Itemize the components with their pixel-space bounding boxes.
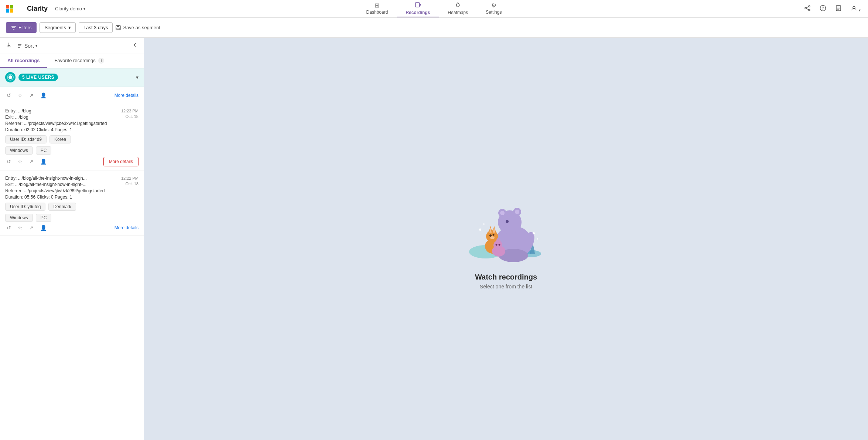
recording-2-info-row: Entry: .../blog/all-the-insight-now-in-s… — [5, 176, 139, 200]
recording-1-favorite-btn[interactable]: ☆ — [16, 158, 24, 165]
recording-2-time: 12:22 PM — [121, 176, 139, 181]
brand-area: Clarity — [6, 4, 48, 13]
document-button[interactable] — [834, 3, 843, 14]
sort-icon — [18, 43, 23, 48]
account-button[interactable]: ▾ — [849, 3, 862, 14]
nav-item-recordings-label: Recordings — [406, 10, 430, 15]
filters-icon — [11, 25, 16, 30]
recording-1-tags: User ID: sds4d9 Korea — [5, 135, 139, 143]
recording-1-action-icons: ↺ ☆ ↗ 👤 — [5, 158, 48, 165]
tab-all-recordings[interactable]: All recordings — [0, 54, 47, 68]
favorite-button[interactable]: ☆ — [16, 92, 24, 99]
nav-item-settings-label: Settings — [486, 10, 502, 15]
share-session-button[interactable]: ↗ — [28, 92, 35, 99]
live-card: ↺ ☆ ↗ 👤 More details — [0, 87, 144, 103]
svg-point-28 — [500, 211, 505, 215]
help-button[interactable]: ? — [818, 3, 828, 14]
recording-2-share-btn[interactable]: ↗ — [28, 224, 35, 231]
live-more-details-link[interactable]: More details — [115, 93, 139, 98]
tab-all-label: All recordings — [7, 58, 40, 63]
watch-title: Watch recordings — [475, 273, 537, 281]
project-chevron: ▾ — [83, 7, 85, 11]
recording-1-actions: ↺ ☆ ↗ 👤 More details — [5, 157, 139, 166]
clarity-logo-text: Clarity — [27, 5, 48, 13]
panel-toolbar: Sort ▾ — [0, 38, 144, 54]
settings-icon: ⚙ — [491, 2, 496, 9]
nav-item-settings[interactable]: ⚙ Settings — [477, 0, 510, 17]
recording-2-clicks: 0 — [51, 194, 54, 200]
svg-point-42 — [490, 236, 495, 239]
recording-2-user-btn[interactable]: 👤 — [39, 224, 48, 231]
recording-1-country: Korea — [49, 135, 71, 143]
recordings-list: 5 LIVE USERS ▾ ↺ ☆ ↗ 👤 More details — [0, 68, 144, 440]
panel-toolbar-left: Sort ▾ — [5, 41, 38, 50]
recording-1-referrer-url: .../projects/view/jcbe3xw4c1/gettingstar… — [24, 121, 107, 126]
recording-2-replay-btn[interactable]: ↺ — [5, 224, 13, 231]
recording-1-more-details-btn[interactable]: More details — [103, 157, 139, 166]
recording-2-stats: Duration: 05:56 Clicks: 0 Pages: 1 — [5, 194, 121, 200]
live-card-icons: ↺ ☆ ↗ 👤 — [5, 92, 48, 99]
live-users-left: 5 LIVE USERS — [5, 72, 58, 82]
recording-1-user-btn[interactable]: 👤 — [39, 158, 48, 165]
download-button[interactable] — [5, 41, 13, 50]
user-button[interactable]: 👤 — [39, 92, 48, 99]
recording-2-exit: Exit: .../blog/all-the-insight-now-in-si… — [5, 182, 121, 187]
svg-point-41 — [493, 234, 495, 236]
nav-item-dashboard[interactable]: ⊞ Dashboard — [358, 0, 397, 17]
tab-favorite-recordings[interactable]: Favorite recordings ℹ — [47, 54, 112, 68]
sort-label: Sort — [24, 43, 34, 49]
nav-item-dashboard-label: Dashboard — [366, 10, 388, 15]
recording-2-action-icons: ↺ ☆ ↗ 👤 — [5, 224, 48, 231]
replay-button[interactable]: ↺ — [5, 92, 13, 99]
save-label: Save as segment — [123, 25, 160, 30]
recording-1-device-tags: Windows PC — [5, 146, 139, 155]
svg-point-13 — [853, 6, 855, 9]
toolbar: Filters Segments ▾ Last 3 days Save as s… — [0, 18, 868, 38]
segments-label: Segments — [44, 25, 66, 30]
svg-point-2 — [809, 6, 810, 7]
recording-2-country: Denmark — [48, 203, 76, 211]
recording-1-entry-url: .../blog — [18, 108, 31, 114]
tab-favorite-label: Favorite recordings — [54, 58, 95, 63]
recording-1-pages: 1 — [70, 127, 72, 132]
svg-point-48 — [499, 244, 500, 246]
recording-1-clicks: 4 — [51, 127, 54, 132]
svg-rect-18 — [117, 26, 119, 27]
segments-button[interactable]: Segments ▾ — [40, 22, 76, 33]
svg-point-1 — [419, 4, 420, 6]
filters-button[interactable]: Filters — [6, 22, 37, 33]
project-selector[interactable]: Clarity demo ▾ — [55, 6, 85, 11]
recording-1-device: PC — [36, 146, 52, 155]
nav-item-recordings[interactable]: Recordings — [397, 0, 439, 17]
segments-chevron-icon: ▾ — [68, 25, 71, 30]
nav-center: ⊞ Dashboard Recordings Heatmaps ⚙ Settin… — [358, 0, 511, 17]
sort-button[interactable]: Sort ▾ — [17, 42, 38, 50]
nav-right: ? ▾ — [803, 3, 862, 14]
dashboard-icon: ⊞ — [375, 2, 379, 9]
recording-1-timestamp: 12:23 PM Oct. 18 — [121, 108, 139, 120]
recording-2-favorite-btn[interactable]: ☆ — [16, 224, 24, 231]
share-button[interactable] — [803, 3, 812, 14]
recording-2-actions: ↺ ☆ ↗ 👤 More details — [5, 224, 139, 231]
recording-1-share-btn[interactable]: ↗ — [28, 158, 35, 165]
days-filter-button[interactable]: Last 3 days — [79, 22, 113, 33]
svg-point-4 — [809, 9, 810, 11]
live-users-bar[interactable]: 5 LIVE USERS ▾ — [0, 68, 144, 87]
svg-rect-19 — [117, 28, 120, 30]
nav-item-heatmaps[interactable]: Heatmaps — [439, 0, 477, 17]
recording-2-pages: 1 — [70, 194, 72, 200]
recording-card-1: Entry: .../blog Exit: .../blog Referrer:… — [0, 103, 144, 170]
microsoft-logo — [6, 5, 13, 13]
project-name: Clarity demo — [55, 6, 82, 11]
recording-2-os: Windows — [5, 214, 33, 222]
recording-1-date: Oct. 18 — [121, 114, 139, 119]
collapse-icon — [132, 42, 138, 48]
svg-point-50 — [483, 223, 485, 225]
recording-2-entry-url: .../blog/all-the-insight-now-in-sigh... — [18, 176, 87, 181]
save-segment-button[interactable]: Save as segment — [116, 25, 160, 30]
recording-1-replay-btn[interactable]: ↺ — [5, 158, 13, 165]
recording-2-more-details-link[interactable]: More details — [115, 225, 139, 230]
recording-1-exit-url: .../blog — [15, 115, 28, 120]
top-nav: Clarity Clarity demo ▾ ⊞ Dashboard Recor… — [0, 0, 868, 18]
collapse-panel-button[interactable] — [131, 41, 139, 50]
